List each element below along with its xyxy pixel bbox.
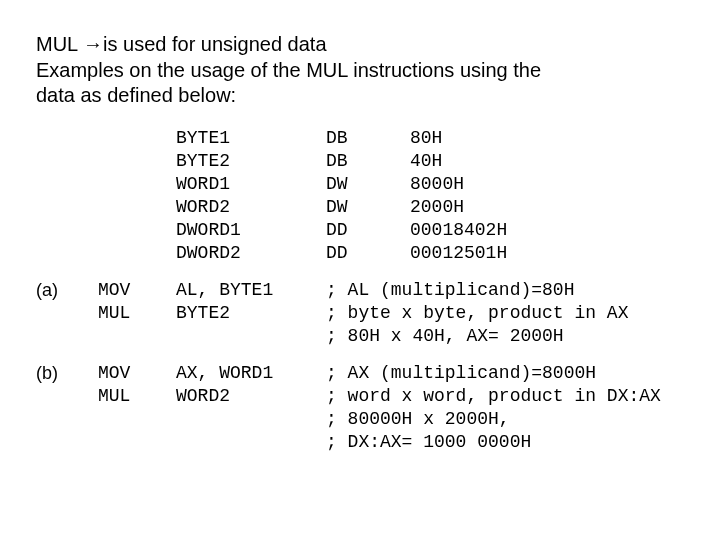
data-definitions: BYTE1 DB 80H BYTE2 DB 40H WORD1 DW 8000H…: [36, 127, 661, 454]
comment: ; byte x byte, product in AX: [326, 302, 661, 325]
operand: AX, WORD1: [176, 362, 326, 385]
def-name: WORD1: [176, 173, 326, 196]
def-name: WORD2: [176, 196, 326, 219]
comment: ; DX:AX= 1000 0000H: [326, 431, 661, 454]
opcode: MOV: [98, 279, 176, 302]
def-val: 40H: [410, 150, 661, 173]
comment: ; 80000H x 2000H,: [326, 408, 661, 431]
intro-text: MUL →is used for unsigned data Examples …: [36, 32, 684, 109]
operand: AL, BYTE1: [176, 279, 326, 302]
comment: ; AL (multiplicand)=80H: [326, 279, 661, 302]
def-val: 2000H: [410, 196, 661, 219]
def-name: BYTE1: [176, 127, 326, 150]
def-val: 00018402H: [410, 219, 661, 242]
def-val: 8000H: [410, 173, 661, 196]
example-label: (b): [36, 362, 98, 385]
intro-line1-pre: MUL: [36, 33, 83, 55]
comment: ; word x word, product in DX:AX: [326, 385, 661, 408]
example-label: (a): [36, 279, 98, 302]
comment: ; AX (multiplicand)=8000H: [326, 362, 661, 385]
opcode: MUL: [98, 385, 176, 408]
def-type: DW: [326, 173, 410, 196]
operand: BYTE2: [176, 302, 326, 325]
def-type: DB: [326, 150, 410, 173]
intro-line3: data as defined below:: [36, 84, 236, 106]
def-val: 00012501H: [410, 242, 661, 265]
def-val: 80H: [410, 127, 661, 150]
operand: WORD2: [176, 385, 326, 408]
comment: ; 80H x 40H, AX= 2000H: [326, 325, 661, 348]
right-arrow-icon: →: [83, 33, 103, 55]
opcode: MUL: [98, 302, 176, 325]
opcode: MOV: [98, 362, 176, 385]
def-name: BYTE2: [176, 150, 326, 173]
def-type: DD: [326, 242, 410, 265]
code-block: BYTE1 DB 80H BYTE2 DB 40H WORD1 DW 8000H…: [36, 127, 684, 454]
intro-line1-post: is used for unsigned data: [103, 33, 327, 55]
def-name: DWORD1: [176, 219, 326, 242]
slide-page: MUL →is used for unsigned data Examples …: [0, 0, 720, 454]
def-type: DB: [326, 127, 410, 150]
def-type: DD: [326, 219, 410, 242]
intro-line2: Examples on the usage of the MUL instruc…: [36, 59, 541, 81]
def-name: DWORD2: [176, 242, 326, 265]
def-type: DW: [326, 196, 410, 219]
